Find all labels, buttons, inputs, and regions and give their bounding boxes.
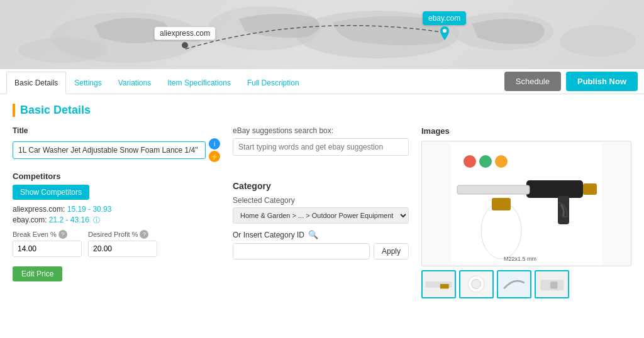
middle-column: eBay suggestions search box: Category Se… [233,126,409,298]
category-select[interactable]: Home & Garden > ... > Outdoor Power Equi… [233,207,409,224]
right-column: Images [421,126,631,298]
main-image-box: M22x1.5 mm [421,141,631,266]
title-label: Title [13,126,220,135]
or-insert-label: Or Insert Category ID [233,231,304,239]
svg-rect-11 [457,185,530,194]
break-even-label: Break Even % ? [13,230,82,239]
svg-point-23 [472,280,481,289]
tab-bar: Basic Details Settings Variations Item S… [0,69,644,94]
aliexpress-marker: aliexpress.com [154,26,216,48]
or-insert-row: Or Insert Category ID 🔍 [233,230,409,239]
title-input-row: i ⚡ [13,138,220,162]
title-icon-group: i ⚡ [209,138,220,162]
search-icon: 🔍 [308,230,318,239]
thumbnail-1[interactable] [421,270,456,298]
category-id-row: Apply [233,243,409,259]
svg-text:M22x1.5 mm: M22x1.5 mm [504,256,536,262]
schedule-button[interactable]: Schedule [504,72,561,91]
competitors-section: Competitors Show Competitors aliexpress.… [13,172,220,281]
title-icon-blue[interactable]: i [209,138,220,150]
break-even-input[interactable] [13,241,82,257]
ebay-pin-icon [440,26,449,40]
category-title: Category [233,181,409,191]
thumbnail-4[interactable] [535,270,569,298]
svg-rect-20 [440,284,449,288]
ebay-competitor-row: ebay.com: 21.2 - 43.16 ⓘ [13,215,220,225]
map-header: aliexpress.com ebay.com [0,0,644,69]
images-title: Images [421,126,631,136]
svg-rect-27 [550,281,557,288]
svg-rect-8 [526,180,583,198]
selected-category-label: Selected Category [233,196,409,205]
tab-variations[interactable]: Variations [110,71,159,94]
svg-point-12 [481,202,521,259]
svg-point-14 [464,155,476,168]
svg-rect-10 [583,183,597,195]
svg-point-16 [495,155,508,168]
thumbnail-2[interactable] [459,270,494,298]
main-layout: Title i ⚡ Competitors Show Competitors a… [13,126,631,298]
title-input[interactable] [13,141,206,159]
thumbnail-row [421,270,631,298]
break-even-group: Break Even % ? [13,230,82,257]
aliexpress-dot [182,42,188,48]
publish-button[interactable]: Publish Now [566,72,638,91]
tab-settings[interactable]: Settings [66,71,109,94]
ebay-search-label: eBay suggestions search box: [233,126,409,135]
category-id-input[interactable] [233,243,370,259]
aliexpress-price-range[interactable]: 15.19 - 30.93 [67,205,112,214]
price-fields: Break Even % ? Desired Profit % ? [13,230,220,257]
aliexpress-competitor-label: aliexpress.com: [13,205,65,214]
ebay-competitor-label: ebay.com: [13,215,47,224]
tabs: Basic Details Settings Variations Item S… [6,69,308,94]
thumbnail-3[interactable] [497,270,531,298]
section-title: Basic Details [13,104,631,117]
desired-profit-input[interactable] [88,241,157,257]
title-icon-orange[interactable]: ⚡ [209,151,220,162]
svg-point-15 [479,155,492,168]
desired-profit-group: Desired Profit % ? [88,230,157,257]
svg-rect-24 [498,271,530,298]
tab-item-specifications[interactable]: Item Specifications [159,71,239,94]
edit-price-button[interactable]: Edit Price [13,266,62,281]
product-image-svg: M22x1.5 mm [451,143,602,265]
content-area: Basic Details Title i ⚡ Competitors Show… [0,94,644,338]
desired-profit-label: Desired Profit % ? [88,230,157,239]
ebay-price-range[interactable]: 21.2 - 43.16 [49,215,89,224]
tab-basic-details[interactable]: Basic Details [6,72,66,94]
ebay-search-input[interactable] [233,138,409,156]
show-competitors-button[interactable]: Show Competitors [13,185,89,200]
break-even-help-icon[interactable]: ? [58,230,67,239]
competitors-title: Competitors [13,172,220,181]
ebay-label: ebay.com [423,11,466,25]
left-column: Title i ⚡ Competitors Show Competitors a… [13,126,220,298]
desired-profit-help-icon[interactable]: ? [140,230,148,239]
aliexpress-competitor-row: aliexpress.com: 15.19 - 30.93 [13,205,220,214]
svg-rect-13 [492,198,511,210]
apply-button[interactable]: Apply [374,243,409,259]
ebay-info-icon: ⓘ [93,216,100,224]
tab-full-description[interactable]: Full Description [239,71,308,94]
ebay-marker: ebay.com [423,11,466,40]
tab-actions: Schedule Publish Now [504,72,638,91]
svg-point-6 [443,29,447,33]
aliexpress-label: aliexpress.com [154,26,216,40]
category-section: Category Selected Category Home & Garden… [233,181,409,259]
